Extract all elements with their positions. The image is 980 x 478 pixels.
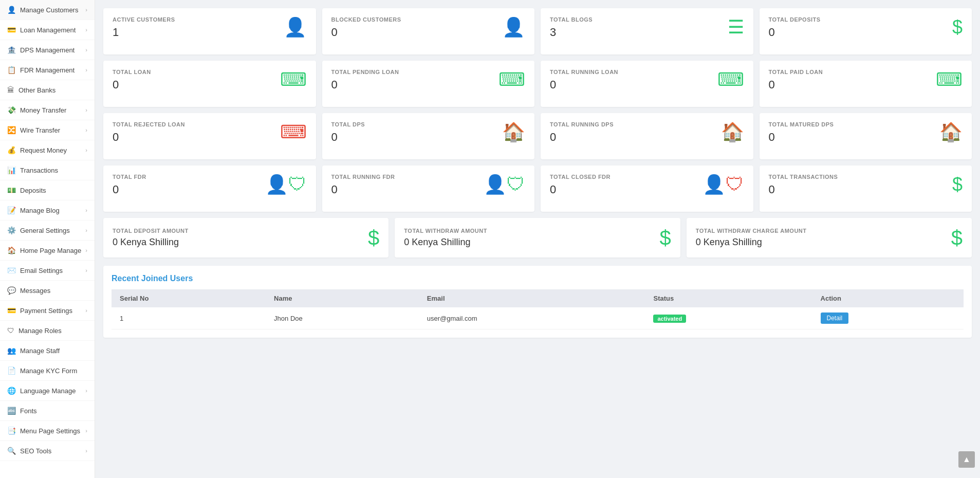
messages-icon: 💬 [7, 286, 16, 295]
fonts-label: Fonts [20, 407, 37, 415]
stat-icon-total-deposits: $ [952, 16, 963, 38]
stat-label-total-pending-loan: TOTAL PENDING LOAN [331, 69, 399, 75]
stat-card-total-running-fdr: TOTAL RUNNING FDR 0 👤🛡 [322, 166, 535, 212]
manage-roles-label: Manage Roles [19, 327, 62, 335]
stat-label-total-running-fdr: TOTAL RUNNING FDR [331, 174, 395, 180]
col-header-email: Email [419, 289, 645, 307]
payment-settings-chevron-icon: › [85, 307, 87, 314]
stat-label-total-closed-fdr: TOTAL CLOSED FDR [550, 174, 611, 180]
sidebar-item-manage-blog[interactable]: 📝 Manage Blog › [0, 200, 95, 220]
general-settings-icon: ⚙️ [7, 226, 16, 234]
seo-tools-icon: 🔍 [7, 447, 16, 455]
stats-row-3: TOTAL REJECTED LOAN 0 ⌨ TOTAL DPS 0 🏠 TO… [103, 113, 972, 159]
stat-icon-total-paid-loan: ⌨ [936, 69, 963, 90]
sidebar: 👤 Manage Customers › 💳 Loan Management ›… [0, 0, 95, 478]
language-manage-label: Language Manage [20, 387, 76, 395]
stat-card-total-rejected-loan: TOTAL REJECTED LOAN 0 ⌨ [103, 113, 316, 159]
loan-management-icon: 💳 [7, 26, 16, 34]
wire-transfer-label: Wire Transfer [20, 126, 60, 134]
sidebar-item-deposits[interactable]: 💵 Deposits [0, 180, 95, 200]
menu-page-settings-icon: 📑 [7, 427, 16, 435]
sidebar-item-fdr-management[interactable]: 📋 FDR Management › [0, 60, 95, 80]
sidebar-item-payment-settings[interactable]: 💳 Payment Settings › [0, 301, 95, 321]
manage-staff-label: Manage Staff [20, 347, 60, 355]
stat-icon-blocked-customers: 👤 [502, 16, 525, 38]
dps-management-icon: 🏦 [7, 46, 16, 54]
stat-card-blocked-customers: BLOCKED CUSTOMERS 0 👤 [322, 8, 535, 54]
sidebar-item-manage-roles[interactable]: 🛡 Manage Roles [0, 321, 95, 341]
stat-label-total-matured-dps: TOTAL MATURED DPS [769, 121, 834, 127]
recent-users-card: Recent Joined Users Serial NoNameEmailSt… [103, 266, 972, 338]
amount-icon-total-withdraw-charge-amount: $ [951, 226, 963, 249]
deposits-label: Deposits [20, 187, 46, 194]
sidebar-item-transactions[interactable]: 📊 Transactions [0, 160, 95, 180]
home-page-manage-label: Home Page Manage [20, 247, 81, 254]
manage-customers-chevron-icon: › [85, 7, 87, 13]
stat-card-total-closed-fdr: TOTAL CLOSED FDR 0 👤🛡 [541, 166, 753, 212]
sidebar-item-messages[interactable]: 💬 Messages [0, 281, 95, 301]
table-row: 1 Jhon Doe user@gmail.com activated Deta… [112, 307, 964, 329]
sidebar-item-email-settings[interactable]: ✉️ Email Settings › [0, 261, 95, 281]
stat-value-total-running-loan: 0 [550, 78, 618, 91]
sidebar-item-manage-staff[interactable]: 👥 Manage Staff [0, 341, 95, 361]
stat-value-total-paid-loan: 0 [769, 78, 823, 91]
sidebar-item-manage-kyc-form[interactable]: 📄 Manage KYC Form [0, 361, 95, 381]
stat-card-total-loan: TOTAL LOAN 0 ⌨ [103, 61, 316, 107]
transactions-label: Transactions [20, 167, 58, 174]
stats-row-1: ACTIVE CUSTOMERS 1 👤 BLOCKED CUSTOMERS 0… [103, 8, 972, 54]
stat-value-total-deposits: 0 [769, 26, 821, 39]
stat-value-total-transactions: 0 [769, 183, 838, 196]
manage-kyc-form-icon: 📄 [7, 366, 16, 375]
amount-card-total-withdraw-amount: TOTAL WITHDRAW AMOUNT 0 Kenya Shilling $ [395, 218, 680, 258]
stat-value-total-closed-fdr: 0 [550, 183, 611, 196]
menu-page-settings-label: Menu Page Settings [20, 427, 80, 435]
sidebar-item-loan-management[interactable]: 💳 Loan Management › [0, 20, 95, 40]
amount-value-total-withdraw-charge-amount: 0 Kenya Shilling [696, 237, 807, 248]
dps-management-chevron-icon: › [85, 47, 87, 53]
stat-icon-total-matured-dps: 🏠 [939, 121, 963, 143]
detail-button[interactable]: Detail [821, 312, 849, 324]
amount-value-total-deposit-amount: 0 Kenya Shilling [113, 237, 189, 248]
stat-value-total-loan: 0 [113, 78, 151, 91]
fdr-management-chevron-icon: › [85, 67, 87, 73]
request-money-label: Request Money [20, 146, 67, 154]
sidebar-item-home-page-manage[interactable]: 🏠 Home Page Manage › [0, 241, 95, 261]
scroll-to-top-button[interactable]: ▲ [958, 451, 975, 468]
sidebar-item-money-transfer[interactable]: 💸 Money Transfer › [0, 100, 95, 120]
amount-value-total-withdraw-amount: 0 Kenya Shilling [404, 237, 487, 248]
stat-label-blocked-customers: BLOCKED CUSTOMERS [331, 16, 401, 23]
stat-card-total-fdr: TOTAL FDR 0 👤🛡 [103, 166, 316, 212]
seo-tools-label: SEO Tools [20, 447, 51, 455]
sidebar-item-general-settings[interactable]: ⚙️ General Settings › [0, 220, 95, 241]
stat-icon-total-loan: ⌨ [280, 69, 307, 90]
stat-card-total-matured-dps: TOTAL MATURED DPS 0 🏠 [760, 113, 972, 159]
other-banks-label: Other Banks [19, 86, 56, 94]
row-status: activated [645, 307, 812, 329]
stat-card-total-transactions: TOTAL TRANSACTIONS 0 $ [760, 166, 972, 212]
stat-value-total-running-fdr: 0 [331, 183, 395, 196]
stat-value-total-rejected-loan: 0 [113, 131, 185, 144]
dps-management-label: DPS Management [20, 46, 75, 54]
request-money-chevron-icon: › [85, 147, 87, 153]
sidebar-item-dps-management[interactable]: 🏦 DPS Management › [0, 40, 95, 60]
row-email: user@gmail.com [419, 307, 645, 329]
stat-icon-total-fdr: 👤🛡 [265, 174, 307, 195]
sidebar-item-manage-customers[interactable]: 👤 Manage Customers › [0, 0, 95, 20]
stat-card-total-dps: TOTAL DPS 0 🏠 [322, 113, 535, 159]
sidebar-item-fonts[interactable]: 🔤 Fonts [0, 401, 95, 421]
manage-customers-icon: 👤 [7, 6, 16, 14]
sidebar-item-seo-tools[interactable]: 🔍 SEO Tools › [0, 441, 95, 461]
money-transfer-chevron-icon: › [85, 107, 87, 113]
sidebar-item-other-banks[interactable]: 🏛 Other Banks [0, 80, 95, 100]
wire-transfer-icon: 🔀 [7, 126, 16, 134]
sidebar-item-wire-transfer[interactable]: 🔀 Wire Transfer › [0, 120, 95, 140]
stat-label-total-deposits: TOTAL DEPOSITS [769, 16, 821, 23]
row-action[interactable]: Detail [812, 307, 964, 329]
email-settings-icon: ✉️ [7, 266, 16, 274]
sidebar-item-language-manage[interactable]: 🌐 Language Manage › [0, 381, 95, 401]
fdr-management-icon: 📋 [7, 66, 16, 74]
recent-users-title: Recent Joined Users [112, 274, 964, 283]
stat-value-active-customers: 1 [113, 26, 175, 39]
sidebar-item-menu-page-settings[interactable]: 📑 Menu Page Settings › [0, 421, 95, 441]
sidebar-item-request-money[interactable]: 💰 Request Money › [0, 140, 95, 160]
